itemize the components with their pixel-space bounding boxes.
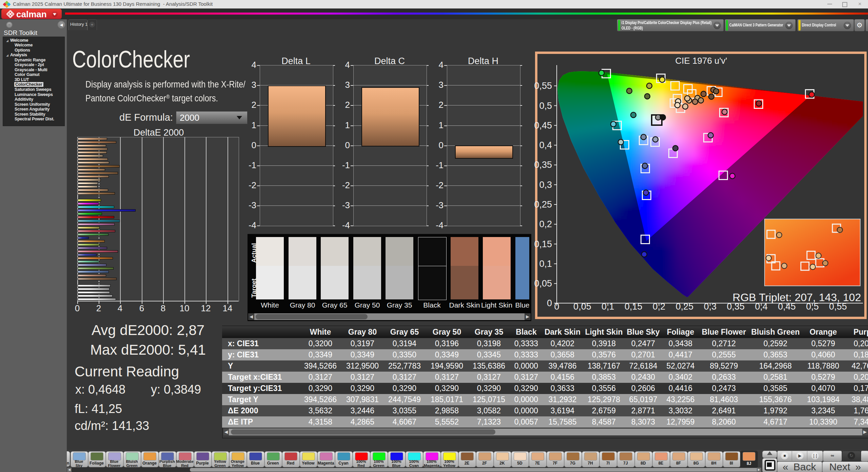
svg-text:0,1: 0,1: [601, 301, 614, 312]
svg-text:0,25: 0,25: [534, 199, 552, 210]
svg-text:0,1: 0,1: [539, 259, 552, 269]
svg-text:0: 0: [547, 298, 552, 308]
svg-text:0,35: 0,35: [534, 160, 552, 170]
svg-text:0,05: 0,05: [573, 301, 591, 312]
svg-text:0,3: 0,3: [704, 301, 717, 312]
svg-text:0,05: 0,05: [534, 278, 552, 289]
svg-text:0,2: 0,2: [653, 301, 666, 312]
svg-text:RGB Triplet: 207, 143, 102: RGB Triplet: 207, 143, 102: [733, 291, 861, 303]
svg-text:0,25: 0,25: [676, 301, 694, 312]
svg-text:0,15: 0,15: [625, 301, 643, 312]
svg-text:0,5: 0,5: [539, 101, 552, 111]
svg-text:0,2: 0,2: [539, 219, 552, 229]
svg-text:0,15: 0,15: [534, 239, 552, 249]
svg-text:CIE 1976 u'v': CIE 1976 u'v': [675, 56, 727, 66]
svg-text:0,4: 0,4: [539, 140, 552, 150]
svg-text:0,3: 0,3: [539, 180, 552, 190]
svg-text:0,55: 0,55: [534, 81, 552, 91]
svg-text:0,45: 0,45: [534, 120, 552, 131]
